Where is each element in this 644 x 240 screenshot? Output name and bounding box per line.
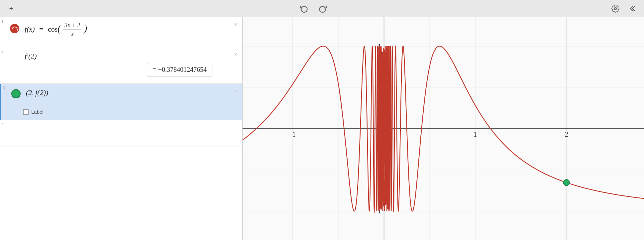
undo-button[interactable] <box>298 3 310 15</box>
formula-display-1: f(x) = cos( 3x + 2 x ) <box>25 21 226 38</box>
expression-content-3[interactable]: (2, f(2)) <box>23 84 229 107</box>
paren-open: ( <box>57 23 60 34</box>
chevron-left-icon <box>629 5 636 13</box>
expression-content-4[interactable] <box>22 120 242 147</box>
row-number-4: 4 <box>0 120 7 147</box>
point-display: (2, f(2)) <box>26 88 226 98</box>
paren-close: ) <box>84 23 87 34</box>
expression-row-3[interactable]: 3 (2, f(2)) × Label <box>0 84 242 120</box>
svg-point-0 <box>614 8 616 10</box>
graph-canvas <box>243 17 644 240</box>
label-text: Label <box>31 109 44 115</box>
label-row: Label <box>1 107 242 118</box>
f-of-x: f(x) <box>25 25 35 33</box>
close-button-1[interactable]: × <box>229 17 242 28</box>
result-bubble: = −0.378401247654 <box>147 63 212 76</box>
point-color-icon <box>11 89 21 98</box>
row-icon-4 <box>7 120 22 147</box>
redo-button[interactable] <box>317 3 329 15</box>
row-number-3: 3 <box>1 84 9 107</box>
main-area: 1 f(x) = cos( 3x + 2 x ) × <box>0 17 644 240</box>
expression-content-2[interactable]: f′(2) = −0.378401247654 <box>22 47 229 80</box>
add-icon: + <box>9 4 14 13</box>
row-number-2: 2 <box>0 47 7 80</box>
close-button-3[interactable]: × <box>229 84 242 107</box>
collapse-button[interactable] <box>627 3 639 15</box>
function-color-icon <box>10 24 19 33</box>
row-3-inner: 3 (2, f(2)) × <box>1 84 242 107</box>
numerator: 3x + 2 <box>63 21 81 30</box>
expression-row-1[interactable]: 1 f(x) = cos( 3x + 2 x ) × <box>0 17 242 47</box>
redo-icon <box>319 5 327 13</box>
graph-area[interactable] <box>243 17 644 240</box>
settings-button[interactable] <box>609 3 621 15</box>
add-button[interactable]: + <box>5 3 17 15</box>
expression-content-1[interactable]: f(x) = cos( 3x + 2 x ) <box>22 17 229 42</box>
equals-sign: = <box>39 25 43 33</box>
expression-row-4[interactable]: 4 <box>0 120 242 147</box>
fraction-3x2-over-x: 3x + 2 x <box>63 21 81 38</box>
expression-row-2[interactable]: 2 f′(2) = −0.378401247654 × <box>0 47 242 84</box>
label-checkbox[interactable] <box>23 109 29 115</box>
row-icon-3 <box>9 84 23 107</box>
row-2-inner: 2 f′(2) = −0.378401247654 × <box>0 47 242 80</box>
close-button-2[interactable]: × <box>229 47 242 80</box>
row-icon-2 <box>7 47 22 80</box>
denominator: x <box>70 30 75 38</box>
cos-text: cos <box>48 25 57 33</box>
derivative-display: f′(2) <box>25 51 226 61</box>
row-icon-1 <box>7 17 22 33</box>
undo-icon <box>300 5 308 13</box>
row-number-1: 1 <box>0 17 7 24</box>
gear-icon <box>611 5 619 13</box>
toolbar: + <box>0 0 644 17</box>
expression-list: 1 f(x) = cos( 3x + 2 x ) × <box>0 17 243 240</box>
